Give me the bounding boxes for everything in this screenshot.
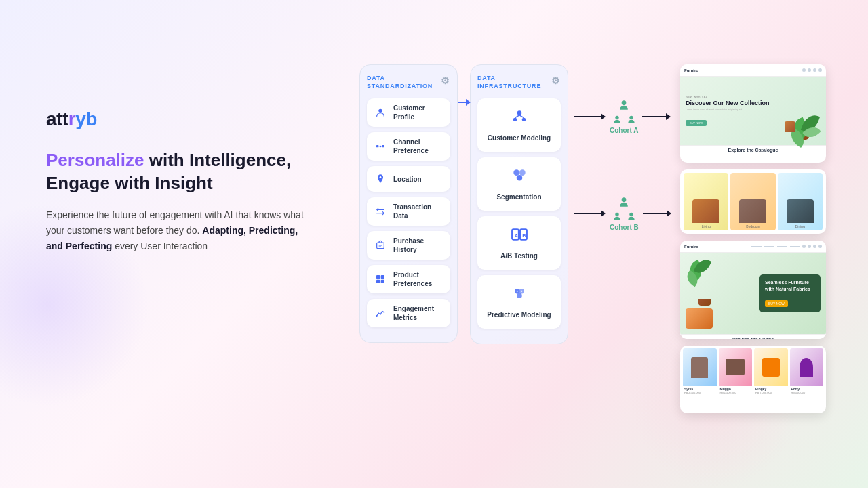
- svg-text:A: A: [514, 233, 518, 239]
- plant-b: [686, 258, 723, 306]
- svg-text:B: B: [522, 233, 526, 239]
- nav-line-1: [751, 70, 762, 70]
- chair-b: [686, 308, 713, 329]
- furniro-buy-btn-b[interactable]: BUY NOW: [765, 300, 788, 307]
- modeling-icon: [511, 108, 528, 129]
- di-gear-icon: ⚙: [551, 75, 561, 87]
- furniro-logo-a: Furniro: [684, 68, 749, 73]
- svg-point-31: [615, 213, 618, 216]
- cohort-b-node-3: [626, 211, 637, 222]
- svg-point-27: [622, 100, 627, 105]
- purchase-icon: [373, 238, 388, 253]
- ds-transaction-data-label: Transaction Data: [393, 203, 444, 220]
- data-standardization-column: DATASTANDARDIZATION ⚙ Customer Profile: [359, 64, 458, 343]
- di-item-predictive-modeling: Predictive Modeling: [477, 275, 561, 329]
- logo-attr: att: [46, 108, 68, 129]
- catalog-thumb-bedroom: Bedroom: [730, 173, 775, 230]
- cohort-a-node-3: [626, 114, 637, 125]
- di-header-text: DATAINFRASTRUCTURE: [477, 75, 541, 90]
- logo-yb: yb: [75, 108, 97, 129]
- product-potty-img: [790, 348, 824, 386]
- product-sylva: Sylva Rp 2.500.000: [683, 348, 717, 396]
- cohort-b-row: Cohort B: [574, 195, 671, 231]
- product-sylva-info: Sylva Rp 2.500.000: [683, 386, 717, 396]
- di-customer-modeling-label: Customer Modeling: [488, 134, 551, 142]
- nav-line-b2: [764, 246, 774, 247]
- cohort-a-top-node: [617, 98, 631, 112]
- headline-personalize: Personalize: [46, 150, 144, 170]
- ds-header: DATASTANDARDIZATION ⚙: [367, 75, 450, 90]
- svg-point-26: [521, 291, 522, 292]
- dining-label: Dining: [795, 224, 805, 228]
- cohort-a-row: Cohort A: [574, 98, 671, 134]
- furniro-explore-label: Explore the Catalogue: [680, 145, 826, 155]
- furniro-topbar-b: Furniro: [680, 241, 826, 253]
- svg-point-4: [380, 176, 382, 178]
- predictive-icon: [511, 285, 528, 306]
- dining-img: [787, 199, 814, 223]
- ds-channel-preference-label: Channel Preference: [393, 138, 444, 155]
- product-pingky-info: Pingky Rp 7.000.000: [754, 386, 788, 396]
- furniro-hero-b-left: [686, 258, 754, 329]
- furniro-plant-illustration: [783, 82, 821, 140]
- product-muggo-shape: [726, 359, 745, 375]
- di-item-segmentation: Segmentation: [477, 157, 561, 211]
- ds-location-label: Location: [393, 175, 422, 184]
- cohort-b-label: Cohort B: [610, 224, 639, 231]
- furniro-buy-btn-a[interactable]: BUY NOW: [686, 120, 707, 126]
- location-icon: [373, 171, 388, 186]
- description: Experience the future of engagement with…: [46, 207, 311, 254]
- furniro-hero-b-text: Seamless Furniture with Natural Fabrics …: [760, 274, 821, 312]
- svg-rect-9: [381, 280, 384, 283]
- ds-item-location: Location: [367, 166, 450, 192]
- cohort-a-arrow-left: [574, 113, 606, 120]
- nav-line-b3: [777, 246, 787, 247]
- product-pingky: Pingky Rp 7.000.000: [754, 348, 788, 396]
- cohort-a-nodes: Cohort A: [610, 98, 638, 134]
- furniro-hero-a: New Arrival Discover Our New Collection …: [680, 77, 826, 145]
- catalog-thumb-dining: Dining: [778, 173, 823, 230]
- screenshot-furniro-hero-b: Furniro: [680, 241, 826, 339]
- action-circle-b3: [813, 245, 816, 248]
- product-potty: Potty Rp 500.000: [790, 348, 824, 396]
- cohort-b-arrow-right: [643, 210, 671, 217]
- di-segmentation-label: Segmentation: [496, 192, 541, 201]
- gear-icon: ⚙: [441, 75, 450, 87]
- nav-line-2: [764, 70, 774, 70]
- ds-item-channel-preference: Channel Preference: [367, 132, 450, 161]
- product-sylva-img: [683, 348, 717, 386]
- furniro-desc: Lorem ipsum dolor sit amet consectetur a…: [686, 108, 778, 112]
- svg-point-32: [629, 213, 633, 216]
- svg-point-17: [516, 175, 522, 181]
- nav-line-3: [777, 70, 787, 70]
- svg-rect-7: [381, 275, 384, 279]
- product-muggo-price: Rp 1.500.000: [720, 391, 751, 394]
- furniro-hero-b: Seamless Furniture with Natural Fabrics …: [680, 253, 826, 334]
- catalog-thumb-living: Living: [684, 173, 728, 230]
- svg-rect-1: [376, 145, 378, 147]
- svg-point-15: [513, 170, 519, 176]
- product-pingky-price: Rp 7.000.000: [755, 391, 787, 394]
- screenshot-furniro-catalog: Living Bedroom Dining: [680, 169, 826, 234]
- product-pingky-shape: [762, 358, 780, 377]
- plant-b-pot: [698, 299, 711, 306]
- ds-item-transaction-data: Transaction Data: [367, 197, 450, 226]
- product-muggo: Muggo Rp 1.500.000: [719, 348, 753, 396]
- product-grid-container: Sylva Rp 2.500.000 Muggo Rp 1.500.000: [680, 346, 826, 399]
- product-potty-info: Potty Rp 500.000: [790, 386, 824, 396]
- furniro-browse-label: Browse the Range: [680, 334, 826, 339]
- screenshots-section: Furniro New Arrival Discover Our New Col…: [680, 64, 826, 413]
- product-potty-shape: [800, 358, 813, 377]
- di-item-customer-modeling: Customer Modeling: [477, 98, 561, 152]
- diagram: DATASTANDARDIZATION ⚙ Customer Profile: [359, 64, 671, 344]
- svg-rect-6: [376, 275, 380, 279]
- ds-engagement-metrics-label: Engagement Metrics: [393, 304, 444, 322]
- cohort-b-nodes: Cohort B: [610, 195, 639, 231]
- svg-point-10: [376, 315, 378, 317]
- action-circle-b2: [808, 245, 811, 248]
- svg-rect-8: [376, 280, 380, 283]
- data-infrastructure-column: DATAINFRASTRUCTURE ⚙ Customer Modeling: [470, 64, 568, 344]
- action-circle-b4: [818, 245, 822, 248]
- cohort-b-top-node: [617, 195, 631, 209]
- svg-point-25: [516, 291, 517, 292]
